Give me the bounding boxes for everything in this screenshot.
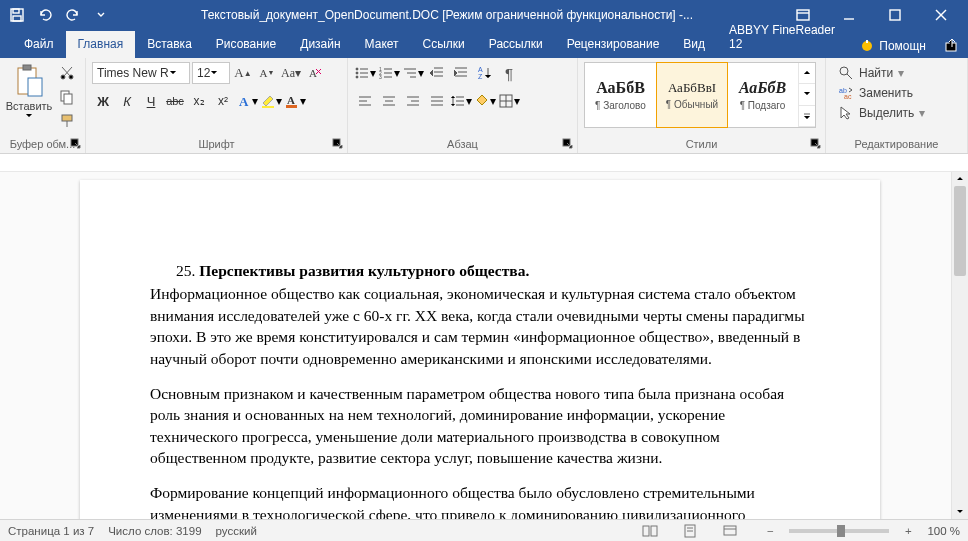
show-marks-button[interactable]: ¶ [498, 62, 520, 84]
group-editing: Найти▾ abac Заменить Выделить▾ Редактиро… [826, 58, 968, 153]
replace-button[interactable]: abac Заменить [836, 84, 927, 102]
align-left-button[interactable] [354, 90, 376, 112]
font-launcher[interactable] [332, 138, 344, 150]
gallery-up[interactable] [799, 63, 815, 84]
web-layout-button[interactable] [717, 522, 743, 540]
zoom-in-button[interactable]: + [895, 522, 921, 540]
close-button[interactable] [918, 0, 964, 30]
grow-font-button[interactable]: A▲ [232, 62, 254, 84]
svg-rect-13 [23, 65, 31, 70]
align-right-button[interactable] [402, 90, 424, 112]
list-number: 25. [176, 262, 199, 279]
tab-home[interactable]: Главная [66, 31, 136, 58]
tell-me-label: Помощн [879, 39, 926, 53]
ribbon-tabs: Файл Главная Вставка Рисование Дизайн Ма… [0, 30, 968, 58]
paste-button[interactable]: Вставить [6, 62, 52, 122]
font-size-combo[interactable]: 12 [192, 62, 230, 84]
group-clipboard: Вставить Буфер обм... [0, 58, 86, 153]
tab-mailings[interactable]: Рассылки [477, 31, 555, 58]
decrease-indent-button[interactable] [426, 62, 448, 84]
undo-button[interactable] [32, 3, 58, 27]
tab-design[interactable]: Дизайн [288, 31, 352, 58]
ribbon: Вставить Буфер обм... Times New R 12 A▲ … [0, 58, 968, 154]
subscript-button[interactable]: x₂ [188, 90, 210, 112]
svg-rect-30 [286, 105, 297, 108]
language-indicator[interactable]: русский [216, 525, 257, 537]
read-mode-button[interactable] [637, 522, 663, 540]
vertical-scrollbar[interactable] [951, 172, 968, 519]
gallery-down[interactable] [799, 84, 815, 105]
text-effects-button[interactable]: A▾ [236, 90, 258, 112]
scroll-thumb[interactable] [954, 186, 966, 276]
svg-point-34 [356, 76, 358, 78]
font-name-combo[interactable]: Times New R [92, 62, 190, 84]
tab-abbyy[interactable]: ABBYY FineReader 12 [717, 17, 853, 58]
tab-references[interactable]: Ссылки [411, 31, 477, 58]
zoom-out-button[interactable]: − [757, 522, 783, 540]
scroll-up-button[interactable] [952, 172, 968, 186]
tell-me[interactable]: Помощн [853, 38, 936, 58]
group-paragraph: ▾ 123▾ ▾ AZ ¶ ▾ ▾ ▾ Абзац [348, 58, 578, 153]
print-layout-button[interactable] [677, 522, 703, 540]
zoom-level[interactable]: 100 % [927, 525, 960, 537]
clear-formatting-button[interactable]: A [304, 62, 326, 84]
styles-launcher[interactable] [810, 138, 822, 150]
justify-button[interactable] [426, 90, 448, 112]
numbering-button[interactable]: 123▾ [378, 62, 400, 84]
find-button[interactable]: Найти▾ [836, 64, 927, 82]
superscript-button[interactable]: x² [212, 90, 234, 112]
sort-button[interactable]: AZ [474, 62, 496, 84]
svg-text:A: A [309, 67, 317, 79]
group-font: Times New R 12 A▲ A▼ Aa▾ A Ж К Ч abc x₂ … [86, 58, 348, 153]
shrink-font-button[interactable]: A▼ [256, 62, 278, 84]
select-button[interactable]: Выделить▾ [836, 104, 927, 122]
zoom-control: − + 100 % [757, 522, 960, 540]
maximize-button[interactable] [872, 0, 918, 30]
increase-indent-button[interactable] [450, 62, 472, 84]
bold-button[interactable]: Ж [92, 90, 114, 112]
clipboard-launcher[interactable] [70, 138, 82, 150]
tab-draw[interactable]: Рисование [204, 31, 288, 58]
strikethrough-button[interactable]: abc [164, 90, 186, 112]
tab-file[interactable]: Файл [12, 31, 66, 58]
qat-customize-button[interactable] [88, 3, 114, 27]
style-subheading[interactable]: АаБбВ ¶ Подзаго [727, 63, 799, 127]
tab-layout[interactable]: Макет [353, 31, 411, 58]
tab-review[interactable]: Рецензирование [555, 31, 672, 58]
style-heading[interactable]: АаБбВ ¶ Заголово [585, 63, 657, 127]
redo-button[interactable] [60, 3, 86, 27]
svg-text:A: A [239, 94, 249, 109]
paragraph-2: Основным признаком и качественным параме… [150, 383, 810, 469]
line-spacing-button[interactable]: ▾ [450, 90, 472, 112]
font-color-button[interactable]: A▾ [284, 90, 306, 112]
svg-rect-2 [13, 16, 21, 21]
cut-button[interactable] [56, 62, 78, 84]
ruler[interactable] [0, 154, 968, 172]
group-paragraph-label: Абзац [354, 136, 571, 151]
save-button[interactable] [4, 3, 30, 27]
share-button[interactable] [936, 32, 968, 58]
shading-button[interactable]: ▾ [474, 90, 496, 112]
bullets-button[interactable]: ▾ [354, 62, 376, 84]
document-area[interactable]: 25. Перспективы развития культурного общ… [0, 172, 968, 519]
borders-button[interactable]: ▾ [498, 90, 520, 112]
zoom-slider[interactable] [789, 529, 889, 533]
align-center-button[interactable] [378, 90, 400, 112]
highlight-button[interactable]: ▾ [260, 90, 282, 112]
tab-insert[interactable]: Вставка [135, 31, 204, 58]
paragraph-launcher[interactable] [562, 138, 574, 150]
page[interactable]: 25. Перспективы развития культурного общ… [80, 180, 880, 519]
word-count[interactable]: Число слов: 3199 [108, 525, 201, 537]
gallery-more[interactable] [799, 106, 815, 127]
tab-view[interactable]: Вид [671, 31, 717, 58]
multilevel-list-button[interactable]: ▾ [402, 62, 424, 84]
zoom-knob[interactable] [837, 525, 845, 537]
italic-button[interactable]: К [116, 90, 138, 112]
copy-button[interactable] [56, 86, 78, 108]
format-painter-button[interactable] [56, 110, 78, 132]
scroll-down-button[interactable] [952, 505, 968, 519]
page-indicator[interactable]: Страница 1 из 7 [8, 525, 94, 537]
style-normal[interactable]: АаБбВвI ¶ Обычный [656, 62, 728, 128]
change-case-button[interactable]: Aa▾ [280, 62, 302, 84]
underline-button[interactable]: Ч [140, 90, 162, 112]
